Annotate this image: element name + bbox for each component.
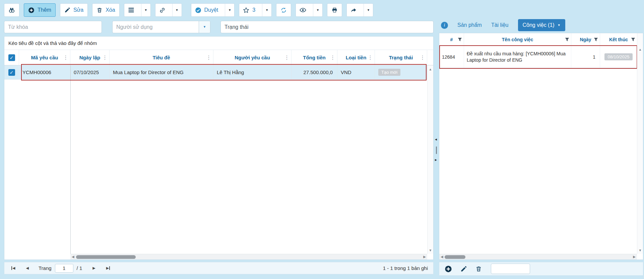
info-icon[interactable]: i: [441, 22, 448, 29]
column-menu-icon[interactable]: ⋮: [206, 55, 211, 60]
vertical-scrollbar[interactable]: ▲ ▼: [637, 33, 643, 254]
last-page-icon: [109, 266, 110, 270]
tab-tai-lieu[interactable]: Tài liệu: [491, 22, 509, 28]
menu-dropdown-button[interactable]: ▼: [141, 4, 150, 16]
scroll-down-icon[interactable]: ▼: [429, 249, 432, 252]
view-button[interactable]: ▼: [296, 3, 323, 17]
column-header-id[interactable]: #: [439, 33, 464, 46]
panel-splitter[interactable]: ◄ ►: [434, 36, 439, 260]
cell-tong-tien: 27.500.000,0: [292, 65, 337, 79]
splitter-grip[interactable]: [436, 147, 437, 154]
column-header-trang-thai[interactable]: Trạng thái⋮: [375, 50, 427, 65]
column-menu-icon[interactable]: ⋮: [63, 55, 68, 60]
approve-label: Duyệt: [204, 7, 218, 13]
edit-task-button[interactable]: [460, 266, 467, 272]
vertical-scrollbar[interactable]: ▲ ▼: [427, 65, 433, 254]
star-button[interactable]: 3 ▼: [239, 3, 272, 17]
column-header-tong-tien[interactable]: Tổng tiền⋮: [292, 50, 337, 65]
find-button[interactable]: [4, 3, 19, 17]
star-dropdown-button[interactable]: ▼: [262, 4, 271, 16]
task-quick-input[interactable]: [491, 264, 530, 274]
column-menu-icon[interactable]: ⋮: [330, 55, 335, 60]
group-by-hint: Kéo tiêu đề cột và thả vào đây để nhóm: [4, 37, 433, 50]
filter-funnel-icon[interactable]: [458, 38, 462, 42]
scroll-right-icon[interactable]: ▶: [423, 255, 426, 259]
menu-button[interactable]: ▼: [124, 3, 151, 17]
column-label: Trạng thái: [389, 55, 413, 60]
filter-funnel-icon[interactable]: [594, 38, 598, 42]
horizontal-scrollbar[interactable]: ◀ ▶: [439, 254, 637, 260]
edit-button[interactable]: Sửa: [60, 3, 88, 17]
approve-dropdown-button[interactable]: ▼: [225, 4, 234, 16]
end-date-badge: 08/10/2025: [604, 53, 632, 60]
link-dropdown-button[interactable]: ▼: [172, 4, 182, 16]
column-header-nguoi-yeu-cau[interactable]: Người yêu cầu⋮: [213, 50, 292, 65]
horizontal-scrollbar[interactable]: ◀ ▶: [70, 254, 427, 260]
collapse-left-button[interactable]: ◄: [434, 138, 438, 141]
last-page-button[interactable]: ▶: [105, 266, 112, 270]
add-button[interactable]: Thêm: [24, 3, 56, 17]
column-menu-icon[interactable]: ⋮: [284, 55, 289, 60]
filter-funnel-icon[interactable]: [631, 38, 635, 42]
add-task-button[interactable]: [445, 265, 452, 273]
column-header-ngay-lap[interactable]: Ngày lập⋮: [70, 50, 110, 65]
request-row[interactable]: ✓ YCMH00006 07/10/2025 Mua Laptop for Di…: [4, 65, 433, 79]
status-filter-input[interactable]: [220, 21, 434, 33]
scroll-down-icon[interactable]: ▼: [639, 249, 642, 252]
tasks-footer-toolbar: [439, 262, 643, 276]
user-select-dropdown-button[interactable]: ▼: [199, 21, 210, 33]
scroll-left-icon[interactable]: ◀: [441, 255, 443, 259]
column-menu-icon[interactable]: ⋮: [420, 55, 425, 60]
cell-tieu-de: Mua Laptop for Director of ENG: [110, 65, 213, 79]
first-page-button[interactable]: ◀: [10, 266, 17, 270]
column-header-ma-yeu-cau[interactable]: Mã yêu cầu⋮: [19, 50, 70, 65]
page-number-input[interactable]: [55, 264, 73, 273]
column-menu-icon[interactable]: ⋮: [368, 55, 373, 60]
cell-nguoi-yeu-cau: Lê Thị Hằng: [213, 65, 292, 79]
filter-funnel-icon[interactable]: [565, 38, 569, 42]
grid-header-row: ✓ Mã yêu cầu⋮ Ngày lập⋮ Tiêu đề⋮ Người y…: [4, 50, 433, 65]
print-button[interactable]: [327, 3, 342, 17]
cell-task-end: 08/10/2025: [600, 46, 637, 68]
tab-cong-viec[interactable]: Công việc (1) ▼: [518, 19, 565, 31]
scroll-up-icon[interactable]: ▲: [639, 48, 642, 51]
refresh-button[interactable]: [276, 3, 291, 17]
delete-button[interactable]: Xóa: [92, 3, 119, 17]
column-menu-icon[interactable]: ⋮: [102, 55, 108, 60]
share-button[interactable]: ▼: [346, 3, 373, 17]
view-dropdown-button[interactable]: ▼: [313, 4, 322, 16]
column-header-loai-tien[interactable]: Loại tiền⋮: [337, 50, 375, 65]
prev-page-button[interactable]: ◀: [24, 266, 30, 270]
select-all-checkbox[interactable]: ✓: [8, 54, 15, 61]
column-header-ngay[interactable]: Ngày: [571, 33, 600, 46]
scrollbar-thumb[interactable]: [445, 255, 465, 259]
task-row[interactable]: 12684 Đề xuất nhu cầu mua hàng: [YCMH000…: [439, 46, 637, 68]
delete-task-button[interactable]: [475, 266, 482, 272]
tab-cong-viec-label: Công việc (1): [523, 22, 555, 28]
column-header-ten-cong-viec[interactable]: Tên công việc: [464, 33, 571, 46]
scroll-left-icon[interactable]: ◀: [72, 255, 74, 259]
row-checkbox[interactable]: ✓: [8, 69, 15, 76]
user-select[interactable]: Người sử dụng ▼: [112, 21, 210, 33]
share-dropdown-button[interactable]: ▼: [364, 4, 373, 16]
plus-circle-icon: [28, 7, 35, 13]
scroll-right-icon[interactable]: ▶: [633, 255, 636, 259]
column-header-tieu-de[interactable]: Tiêu đề⋮: [110, 50, 213, 65]
approve-button[interactable]: Duyệt ▼: [191, 3, 235, 17]
add-label: Thêm: [38, 7, 51, 13]
eye-icon: [300, 7, 306, 13]
link-button[interactable]: ▼: [155, 3, 182, 17]
cell-task-id: 12684: [439, 46, 464, 68]
frozen-column-divider: [70, 65, 71, 254]
collapse-right-button[interactable]: ►: [434, 158, 438, 162]
scrollbar-thumb[interactable]: [76, 255, 136, 259]
chevron-down-icon: ▼: [367, 9, 370, 12]
scroll-up-icon[interactable]: ▲: [429, 68, 432, 71]
tab-san-pham[interactable]: Sản phẩm: [457, 22, 482, 28]
keyword-input[interactable]: [4, 21, 102, 33]
column-label: Ngày lập: [79, 55, 101, 60]
next-triangle-icon: ▶: [106, 266, 109, 270]
chevron-down-icon: ▼: [228, 9, 231, 12]
column-header-ket-thuc[interactable]: Kết thúc: [600, 33, 637, 46]
next-page-button[interactable]: ▶: [91, 266, 97, 270]
